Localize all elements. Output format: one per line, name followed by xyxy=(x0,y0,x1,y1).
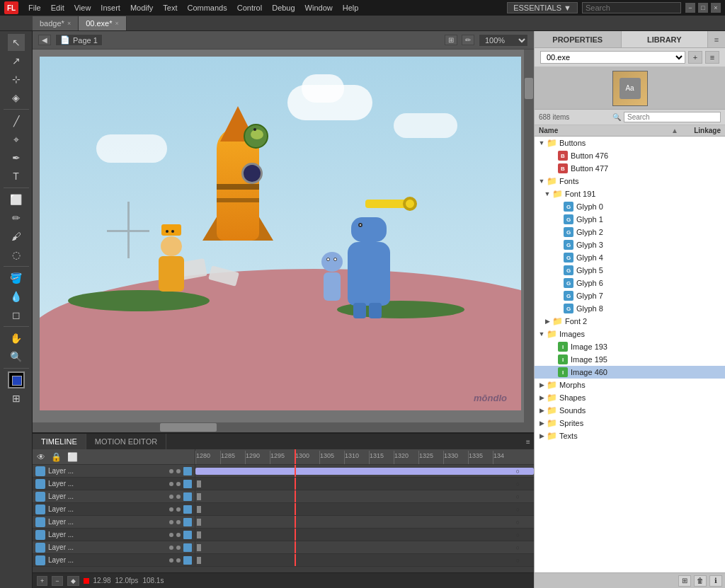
add-layer-btn[interactable]: + xyxy=(37,576,47,586)
tab-badge[interactable]: badge* × xyxy=(33,16,79,30)
back-button[interactable]: ◀ xyxy=(38,35,51,45)
tab-timeline[interactable]: TIMELINE xyxy=(33,434,86,449)
tool-text[interactable]: T xyxy=(8,168,25,185)
tab-00exe[interactable]: 00.exe* × xyxy=(79,16,127,30)
tool-free-transform[interactable]: ⊹ xyxy=(8,71,25,88)
layer-7-vis[interactable] xyxy=(169,546,173,550)
layer-2-vis[interactable] xyxy=(169,482,173,486)
menu-text[interactable]: Text xyxy=(159,2,181,13)
item-glyph-1[interactable]: G Glyph 1 xyxy=(535,213,725,226)
folder-buttons[interactable]: ▼ 📁 Buttons xyxy=(535,137,725,149)
item-glyph-6[interactable]: G Glyph 6 xyxy=(535,277,725,289)
layer-1-vis[interactable] xyxy=(169,469,173,473)
tool-brush[interactable]: 🖌 xyxy=(8,228,25,245)
layer-6-lock[interactable] xyxy=(176,533,181,537)
tool-subselect[interactable]: ↗ xyxy=(8,52,25,69)
layer-4-lock[interactable] xyxy=(176,507,181,512)
library-search-input[interactable] xyxy=(624,112,721,122)
layer-5-vis[interactable] xyxy=(169,520,173,524)
restore-button[interactable]: □ xyxy=(698,3,708,13)
tool-pencil[interactable]: ✏ xyxy=(8,209,25,226)
panel-options-btn[interactable]: ≡ xyxy=(708,31,725,47)
item-glyph-3[interactable]: G Glyph 3 xyxy=(535,238,725,251)
item-glyph-2[interactable]: G Glyph 2 xyxy=(535,226,725,238)
tool-hand[interactable]: ✋ xyxy=(8,330,25,347)
tab-00exe-close[interactable]: × xyxy=(115,20,118,27)
lib-props-btn[interactable]: ℹ xyxy=(709,575,722,587)
item-glyph-7[interactable]: G Glyph 7 xyxy=(535,289,725,302)
folder-shapes[interactable]: ▶ 📁 Shapes xyxy=(535,391,725,404)
menu-window[interactable]: Window xyxy=(301,2,337,13)
add-motion-btn[interactable]: ◆ xyxy=(67,576,79,586)
tool-zoom[interactable]: 🔍 xyxy=(8,348,25,365)
layer-3-lock[interactable] xyxy=(176,495,181,499)
essentials-button[interactable]: ESSENTIALS ▼ xyxy=(507,2,578,13)
playhead[interactable] xyxy=(295,449,296,464)
folder-morphs[interactable]: ▶ 📁 Morphs xyxy=(535,379,725,391)
layer-5-lock[interactable] xyxy=(176,520,181,524)
item-image-460[interactable]: I Image 460 xyxy=(535,366,725,379)
folder-sounds[interactable]: ▶ 📁 Sounds xyxy=(535,404,725,417)
item-button-477[interactable]: B Button 477 xyxy=(535,162,725,175)
tool-rectangle[interactable]: ⬜ xyxy=(8,191,25,208)
tab-library[interactable]: LIBRARY xyxy=(622,31,709,47)
item-glyph-8[interactable]: G Glyph 8 xyxy=(535,302,725,315)
lib-new-btn[interactable]: + xyxy=(688,51,702,64)
layer-3-vis[interactable] xyxy=(169,495,173,499)
menu-commands[interactable]: Commands xyxy=(183,2,231,13)
clip-btn[interactable]: ⊞ xyxy=(445,35,457,45)
layer-1-lock[interactable] xyxy=(176,469,181,473)
item-button-476[interactable]: B Button 476 xyxy=(535,149,725,162)
layer-8-vis[interactable] xyxy=(169,558,173,563)
tool-eraser[interactable]: ◻ xyxy=(8,306,25,323)
layer-7-lock[interactable] xyxy=(176,546,181,550)
menu-modify[interactable]: Modify xyxy=(126,2,157,13)
layer-8-lock[interactable] xyxy=(176,558,181,563)
tool-eyedropper[interactable]: 💧 xyxy=(8,288,25,305)
folder-sprites[interactable]: ▶ 📁 Sprites xyxy=(535,417,725,430)
lib-new-symbol-btn[interactable]: ⊞ xyxy=(678,575,691,587)
tool-line[interactable]: ╱ xyxy=(8,113,25,129)
menu-debug[interactable]: Debug xyxy=(268,2,299,13)
tool-paint-bucket[interactable]: 🪣 xyxy=(8,270,25,287)
delete-layer-btn[interactable]: − xyxy=(52,576,62,586)
canvas-hscroll[interactable] xyxy=(33,422,524,432)
tab-properties[interactable]: PROPERTIES xyxy=(535,31,622,47)
tool-select[interactable]: ↖ xyxy=(8,34,25,51)
canvas-vscroll-thumb[interactable] xyxy=(525,78,533,99)
menu-file[interactable]: File xyxy=(24,2,45,13)
item-glyph-5[interactable]: G Glyph 5 xyxy=(535,264,725,277)
layer-2-lock[interactable] xyxy=(176,482,181,486)
tool-lasso[interactable]: ⌖ xyxy=(8,131,25,148)
zoom-select[interactable]: 100%50%150%200% xyxy=(479,34,528,47)
folder-font-2[interactable]: ▶ 📁 Font 2 xyxy=(535,315,725,328)
folder-texts[interactable]: ▶ 📁 Texts xyxy=(535,430,725,442)
menu-view[interactable]: View xyxy=(70,2,96,13)
menu-help[interactable]: Help xyxy=(338,2,363,13)
canvas-vscroll[interactable] xyxy=(524,50,534,432)
tab-motion-editor[interactable]: MOTION EDITOR xyxy=(86,434,166,449)
library-file-select[interactable]: 00.exe xyxy=(540,51,685,64)
folder-images[interactable]: ▼ 📁 Images xyxy=(535,328,725,340)
menu-edit[interactable]: Edit xyxy=(47,2,69,13)
minimize-button[interactable]: − xyxy=(685,3,695,13)
canvas-hscroll-thumb[interactable] xyxy=(160,423,217,432)
edit-btn[interactable]: ✏ xyxy=(462,35,474,45)
layer-6-vis[interactable] xyxy=(169,533,173,537)
folder-fonts[interactable]: ▼ 📁 Fonts xyxy=(535,175,725,188)
color-fill[interactable] xyxy=(12,376,22,386)
menu-control[interactable]: Control xyxy=(233,2,266,13)
menu-insert[interactable]: Insert xyxy=(96,2,125,13)
tab-badge-close[interactable]: × xyxy=(67,20,71,27)
item-glyph-4[interactable]: G Glyph 4 xyxy=(535,251,725,264)
close-button[interactable]: × xyxy=(711,3,721,13)
timeline-options-btn[interactable]: ≡ xyxy=(523,438,534,446)
global-search-input[interactable] xyxy=(582,2,681,13)
item-glyph-0[interactable]: G Glyph 0 xyxy=(535,200,725,213)
tool-gradient[interactable]: ◈ xyxy=(8,89,25,106)
folder-font-191[interactable]: ▼ 📁 Font 191 xyxy=(535,188,725,200)
lib-delete-btn[interactable]: 🗑 xyxy=(694,575,707,587)
color-stroke[interactable] xyxy=(8,371,25,388)
lib-menu-btn[interactable]: ≡ xyxy=(705,51,719,64)
item-image-195[interactable]: I Image 195 xyxy=(535,353,725,366)
